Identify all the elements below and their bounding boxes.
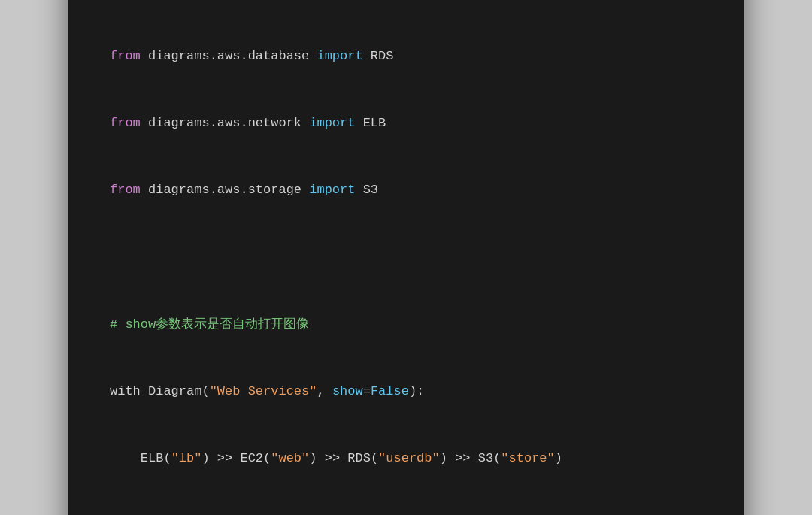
body-line-1: ELB("lb") >> EC2("web") >> RDS("userdb")… [110,447,702,470]
import-line-4: from diagrams.aws.network import ELB [110,112,702,135]
keyword-from: from [110,49,141,63]
import-line-5: from diagrams.aws.storage import S3 [110,179,702,201]
module-name: diagrams.aws.network [141,116,309,130]
op3: ) >> S3( [440,451,501,465]
close-paren-colon: ): [409,384,424,398]
elb-call-1: ELB [141,451,164,465]
str-web-1: "web" [271,451,309,465]
class-diagram-with: Diagram [148,384,201,398]
keyword-false: False [371,384,409,398]
str-userdb-1: "userdb" [378,451,440,465]
op1: ) >> EC2( [201,451,271,465]
close1: ) [555,451,562,465]
keyword-from: from [110,183,141,197]
keyword-with: with [110,384,148,398]
equals: = [363,384,371,398]
import-line-3: from diagrams.aws.database import RDS [110,45,702,68]
keyword-import: import [309,183,355,197]
class-elb: ELB [355,116,386,130]
str-lb-1: "lb" [171,451,202,465]
code-block: from diagrams import Diagram from diagra… [110,0,702,515]
str-store: "store" [501,451,554,465]
comment-line: # show参数表示是否自动打开图像 [110,314,702,336]
keyword-show: show [332,384,363,398]
op2: ) >> RDS( [309,451,378,465]
class-s3: S3 [355,183,378,197]
module-name: diagrams.aws.database [141,49,317,63]
module-name: diagrams.aws.storage [141,183,309,197]
comma: , [317,384,332,398]
code-container: from diagrams import Diagram from diagra… [68,0,744,515]
comment-text: # show参数表示是否自动打开图像 [110,317,309,332]
keyword-from: from [110,116,141,130]
class-rds: RDS [363,49,394,63]
open-paren: ( [201,384,209,398]
paren: ( [163,451,171,465]
keyword-import: import [309,116,355,130]
with-line: with Diagram("Web Services", show=False)… [110,380,702,403]
blank-line [110,247,702,269]
indent [110,451,141,465]
keyword-import: import [317,49,362,63]
string-web-services: "Web Services" [210,384,317,398]
